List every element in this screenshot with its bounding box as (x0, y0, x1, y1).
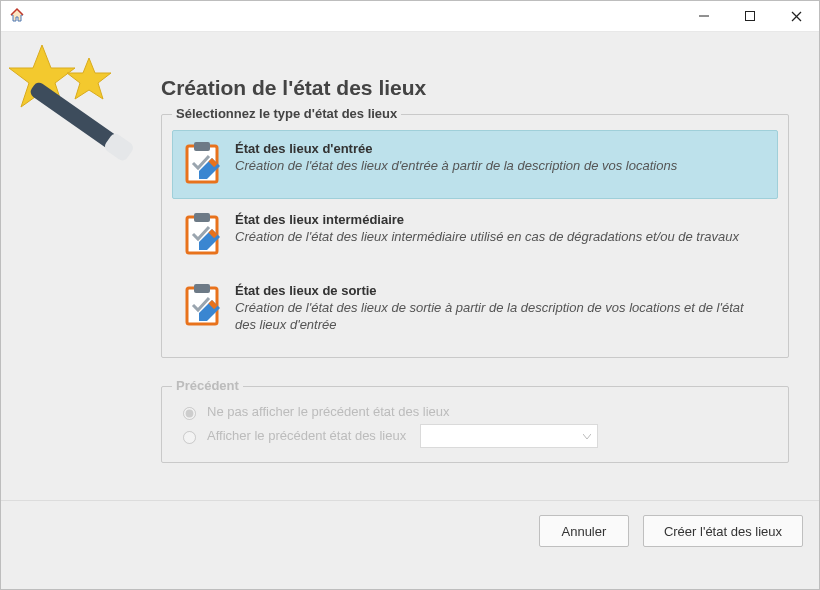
type-legend: Sélectionnez le type d'état des lieux (172, 106, 401, 121)
previous-state-combo (420, 424, 598, 448)
chevron-down-icon (583, 428, 591, 443)
svg-rect-10 (194, 142, 210, 151)
radio-show-previous-input (183, 431, 196, 444)
option-entry[interactable]: État des lieux d'entréeCréation de l'éta… (172, 130, 778, 199)
titlebar (1, 1, 819, 32)
svg-rect-14 (194, 213, 210, 222)
minimize-button[interactable] (681, 1, 727, 31)
svg-marker-0 (11, 9, 23, 21)
content-area: Création de l'état des lieux Sélectionne… (1, 32, 819, 500)
wizard-window: Création de l'état des lieux Sélectionne… (0, 0, 820, 590)
previous-fieldset: Précédent Ne pas afficher le précédent é… (161, 386, 789, 463)
option-intermediate[interactable]: État des lieux intermédiaireCréation de … (172, 201, 778, 270)
previous-legend: Précédent (172, 378, 243, 393)
option-desc: Création de l'état des lieux d'entrée à … (235, 158, 767, 175)
maximize-button[interactable] (727, 1, 773, 31)
wizard-icon (7, 40, 157, 193)
type-fieldset: Sélectionnez le type d'état des lieux Ét… (161, 114, 789, 358)
radio-show-previous-label: Afficher le précédent état des lieux (207, 428, 406, 443)
main-pane: Création de l'état des lieux Sélectionne… (151, 32, 819, 500)
option-title: État des lieux de sortie (235, 283, 767, 298)
house-icon (9, 7, 25, 26)
radio-hide-previous: Ne pas afficher le précédent état des li… (172, 402, 778, 422)
option-title: État des lieux intermédiaire (235, 212, 767, 227)
option-desc: Création de l'état des lieux de sortie à… (235, 300, 767, 334)
clipboard-edit-icon (183, 212, 223, 259)
clipboard-edit-icon (183, 283, 223, 330)
window-controls (681, 1, 819, 31)
option-desc: Création de l'état des lieux intermédiai… (235, 229, 767, 246)
radio-hide-previous-label: Ne pas afficher le précédent état des li… (207, 404, 450, 419)
wizard-sidebar (1, 32, 151, 500)
close-button[interactable] (773, 1, 819, 31)
page-title: Création de l'état des lieux (161, 76, 789, 100)
svg-rect-18 (194, 284, 210, 293)
radio-hide-previous-input (183, 407, 196, 420)
cancel-button[interactable]: Annuler (539, 515, 629, 547)
button-row: Annuler Créer l'état des lieux (1, 500, 819, 589)
svg-rect-2 (746, 12, 755, 21)
option-title: État des lieux d'entrée (235, 141, 767, 156)
create-button[interactable]: Créer l'état des lieux (643, 515, 803, 547)
svg-marker-6 (67, 58, 111, 99)
option-exit[interactable]: État des lieux de sortieCréation de l'ét… (172, 272, 778, 345)
radio-show-previous: Afficher le précédent état des lieux (172, 422, 778, 450)
clipboard-edit-icon (183, 141, 223, 188)
